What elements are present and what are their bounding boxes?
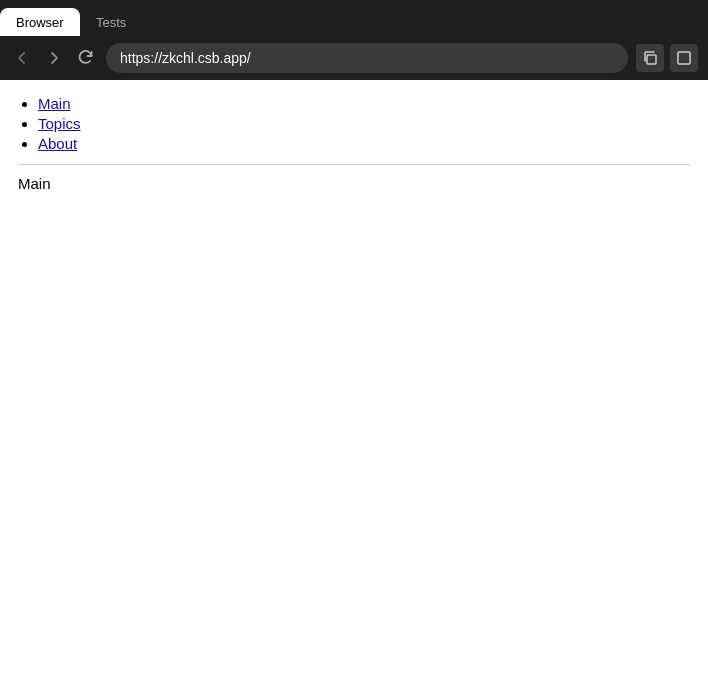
- nav-link-topics[interactable]: Topics: [38, 115, 81, 132]
- forward-button[interactable]: [42, 46, 66, 70]
- divider: [18, 164, 690, 165]
- reload-icon: [78, 50, 94, 66]
- toolbar-icons: [636, 44, 698, 72]
- address-bar-row: [0, 36, 708, 80]
- back-button[interactable]: [10, 46, 34, 70]
- menu-icon: [676, 50, 692, 66]
- menu-button[interactable]: [670, 44, 698, 72]
- nav-list: Main Topics About: [18, 95, 690, 152]
- tab-bar: Browser Tests: [0, 0, 708, 36]
- back-icon: [14, 50, 30, 66]
- list-item: Topics: [38, 115, 690, 132]
- address-input[interactable]: [106, 43, 628, 73]
- list-item: About: [38, 135, 690, 152]
- list-item: Main: [38, 95, 690, 112]
- page-heading: Main: [18, 175, 690, 192]
- browser-chrome: Browser Tests: [0, 0, 708, 80]
- nav-link-about[interactable]: About: [38, 135, 77, 152]
- forward-icon: [46, 50, 62, 66]
- tab-tests[interactable]: Tests: [80, 8, 160, 36]
- page-content: Main Topics About Main: [0, 80, 708, 204]
- nav-link-main[interactable]: Main: [38, 95, 71, 112]
- tab-browser[interactable]: Browser: [0, 8, 80, 36]
- tab-tests-label: Tests: [96, 15, 126, 30]
- svg-rect-1: [678, 52, 690, 64]
- copy-button[interactable]: [636, 44, 664, 72]
- tab-browser-label: Browser: [16, 15, 64, 30]
- copy-icon: [642, 50, 658, 66]
- reload-button[interactable]: [74, 46, 98, 70]
- svg-rect-0: [647, 55, 656, 64]
